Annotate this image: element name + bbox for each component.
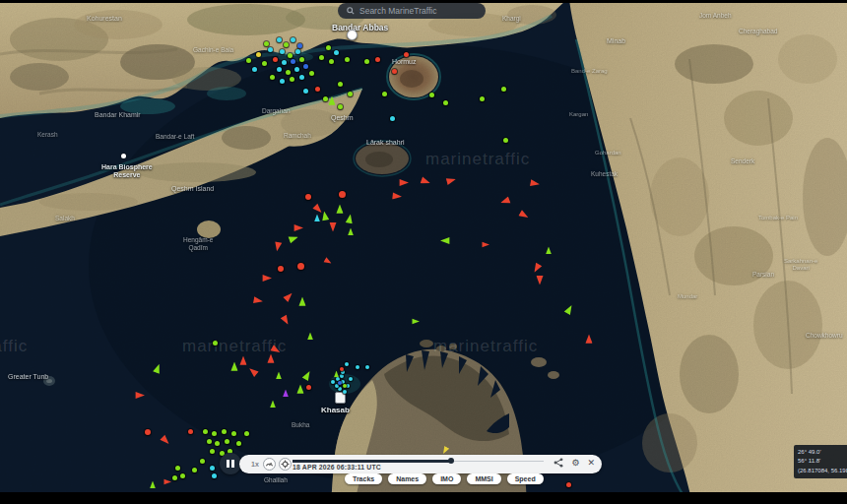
vessel-marker[interactable] [294, 67, 299, 72]
vessel-marker[interactable] [252, 67, 257, 72]
vessel-marker[interactable] [338, 104, 343, 109]
close-icon[interactable]: ✕ [587, 459, 595, 468]
vessel-marker[interactable] [284, 42, 289, 47]
vessel-marker[interactable] [345, 362, 349, 366]
vessel-marker[interactable] [319, 55, 324, 60]
vessel-marker[interactable] [172, 475, 177, 480]
vessel-marker[interactable] [213, 341, 218, 346]
vessel-marker[interactable] [303, 89, 308, 94]
vessel-marker[interactable] [323, 96, 328, 101]
vessel-marker[interactable] [282, 60, 287, 65]
vessel-marker[interactable] [145, 429, 151, 435]
vessel-marker[interactable] [299, 75, 304, 80]
vessel-marker[interactable] [299, 57, 304, 62]
vessel-marker[interactable] [212, 473, 217, 478]
vessel-marker[interactable] [297, 43, 302, 48]
vessel-marker[interactable] [268, 47, 273, 52]
toggle-speed[interactable]: Speed [507, 473, 544, 484]
vessel-marker[interactable] [295, 49, 300, 54]
vessel-marker[interactable] [364, 59, 369, 64]
vessel-marker[interactable] [375, 57, 380, 62]
vessel-marker[interactable] [286, 70, 291, 75]
vessel-marker[interactable] [429, 93, 434, 97]
playback-speed-label[interactable]: 1x [251, 461, 259, 468]
vessel-marker[interactable] [291, 37, 295, 42]
vessel-marker[interactable] [264, 41, 269, 46]
vessel-marker[interactable] [231, 431, 236, 436]
share-icon[interactable] [554, 458, 563, 468]
vessel-marker[interactable] [225, 439, 229, 444]
vessel-marker[interactable] [343, 384, 347, 388]
vessel-marker[interactable] [280, 49, 285, 54]
vessel-marker[interactable] [566, 482, 571, 487]
vessel-marker[interactable] [188, 429, 193, 434]
timeline-handle[interactable] [448, 458, 454, 464]
vessel-marker[interactable] [297, 263, 304, 270]
vessel-marker[interactable] [200, 459, 205, 464]
vessel-marker[interactable] [212, 431, 217, 436]
toggle-mmsi[interactable]: MMSI [467, 473, 500, 484]
toggle-imo[interactable]: IMO [432, 473, 461, 484]
vessel-marker[interactable] [382, 92, 387, 96]
locate-button[interactable] [279, 458, 292, 471]
vessel-marker[interactable] [273, 57, 278, 62]
vessel-marker[interactable] [288, 53, 293, 58]
vessel-marker[interactable] [290, 77, 294, 82]
vessel-marker[interactable] [338, 387, 342, 391]
vessel-marker[interactable] [207, 439, 212, 444]
vessel-marker[interactable] [246, 58, 251, 63]
timeline-track[interactable] [293, 459, 544, 463]
toggle-names[interactable]: Names [388, 473, 426, 484]
vessel-marker[interactable] [203, 429, 208, 434]
port-marker[interactable] [347, 30, 358, 40]
vessel-marker[interactable] [303, 64, 308, 69]
vessel-marker[interactable] [291, 59, 295, 64]
vessel-marker[interactable] [175, 466, 180, 471]
vessel-marker[interactable] [345, 57, 350, 62]
vessel-marker[interactable] [349, 377, 353, 381]
vessel-marker[interactable] [339, 191, 346, 198]
vessel-marker[interactable] [334, 50, 339, 55]
vessel-marker[interactable] [326, 45, 331, 50]
vessel-marker[interactable] [501, 87, 506, 92]
vessel-marker[interactable] [270, 75, 275, 80]
toggle-tracks[interactable]: Tracks [345, 473, 382, 484]
vessel-marker[interactable] [192, 468, 197, 472]
vessel-marker[interactable] [392, 69, 397, 74]
vessel-marker[interactable] [222, 429, 227, 434]
vessel-marker[interactable] [315, 87, 320, 92]
vessel-marker[interactable] [277, 67, 282, 72]
vessel-marker[interactable] [180, 473, 185, 478]
vessel-marker[interactable] [309, 71, 314, 76]
port-marker[interactable] [121, 154, 126, 158]
speed-gauge-button[interactable] [263, 458, 276, 471]
vessel-marker[interactable] [278, 266, 284, 272]
vessel-marker[interactable] [244, 431, 249, 436]
vessel-marker[interactable] [343, 390, 347, 394]
vessel-marker[interactable] [443, 100, 448, 105]
search-bar[interactable]: Search MarineTraffic [338, 3, 486, 19]
vessel-marker[interactable] [305, 194, 311, 200]
vessel-marker[interactable] [404, 52, 409, 57]
vessel-marker[interactable] [356, 365, 359, 369]
vessel-marker[interactable] [210, 466, 215, 471]
vessel-marker[interactable] [348, 92, 353, 96]
vessel-marker[interactable] [340, 374, 344, 378]
vessel-marker[interactable] [277, 37, 282, 42]
vessel-marker[interactable] [329, 59, 334, 64]
satellite-map[interactable] [0, 0, 847, 504]
vessel-marker[interactable] [236, 441, 241, 446]
vessel-marker[interactable] [331, 380, 335, 384]
vessel-marker[interactable] [338, 381, 342, 385]
vessel-marker[interactable] [306, 385, 311, 390]
settings-gear-icon[interactable]: ⚙ [571, 459, 579, 468]
pause-button[interactable] [220, 453, 241, 474]
vessel-marker[interactable] [338, 82, 343, 87]
vessel-marker[interactable] [256, 52, 261, 57]
vessel-marker[interactable] [390, 116, 395, 121]
vessel-marker[interactable] [210, 449, 215, 454]
vessel-marker[interactable] [262, 61, 267, 66]
vessel-marker[interactable] [215, 441, 220, 446]
vessel-marker[interactable] [503, 138, 508, 143]
vessel-marker[interactable] [340, 367, 344, 371]
